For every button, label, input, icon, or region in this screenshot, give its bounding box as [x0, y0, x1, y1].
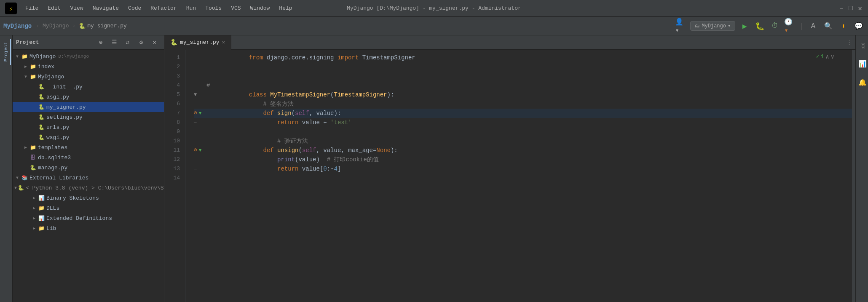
py-file-icon: 🐍 [38, 104, 45, 110]
tree-lib[interactable]: ▶ 📁 Lib [13, 223, 164, 233]
run-button[interactable]: ▶ [739, 20, 750, 32]
fold-icon-13[interactable]: — [194, 164, 197, 174]
expand-icon[interactable]: ∧ [825, 53, 829, 60]
tree-ext-defs-label: Extended Definitions [46, 215, 112, 222]
fold-icon-8[interactable]: — [194, 118, 197, 127]
tree-python-venv[interactable]: ▼ 🐍 < Python 3.8 (venv) > C:\Users\blue\… [13, 183, 164, 193]
ext-defs-icon: 📊 [38, 215, 45, 222]
menu-code[interactable]: Code [124, 3, 145, 13]
update-button[interactable]: ⬆ [838, 20, 849, 32]
filetree-collapse-button[interactable]: ☰ [108, 37, 120, 48]
menu-run[interactable]: Run [182, 3, 200, 13]
ext-libs-icon: 📚 [21, 174, 28, 181]
code-line-3 [194, 72, 852, 81]
tree-ext-libs[interactable]: ▼ 📚 External Libraries [13, 173, 164, 183]
tree-init-py[interactable]: ▶ 🐍 __init__.py [13, 82, 164, 92]
menu-file[interactable]: File [21, 3, 43, 13]
sidebar-tab-project[interactable]: Project [2, 39, 11, 65]
ai-chat-button[interactable]: 💬 [853, 20, 865, 32]
sciview-icon: 📊 [858, 60, 865, 68]
debug-arrow-11: ▼ [199, 146, 202, 155]
right-tab-database[interactable]: 🗄 [857, 39, 868, 54]
tree-manage-label: manage.py [38, 165, 67, 171]
debug-breakpoint-7[interactable]: ⊙ [194, 109, 197, 118]
code-line-13: — return value[0:-4] [194, 164, 852, 174]
breadcrumb-file[interactable]: 🐍 my_signer.py [79, 23, 127, 29]
breadcrumb-sep1: › [36, 23, 39, 29]
tree-urls-py[interactable]: ▶ 🐍 urls.py [13, 122, 164, 132]
profile-button[interactable]: 🕐 ▾ [784, 20, 796, 32]
menu-tools[interactable]: Tools [201, 3, 226, 13]
menu-help[interactable]: Help [275, 3, 296, 13]
toolbar-right: 👤 ▾ 🗂 MyDjango ▾ ▶ 🐛 ⏱ 🕐 ▾ | A 🔍 ⬆ 💬 [675, 20, 865, 32]
filetree-new-file-button[interactable]: ⊕ [95, 37, 107, 48]
user-icon[interactable]: 👤 ▾ [675, 20, 687, 32]
minimize-button[interactable]: – [839, 5, 844, 11]
tree-settings-label: settings.py [46, 114, 83, 120]
menu-view[interactable]: View [66, 3, 87, 13]
tree-templates[interactable]: ▶ 📁 templates [13, 142, 164, 152]
menu-window[interactable]: Window [246, 3, 274, 13]
breadcrumb-project[interactable]: MyDjango [3, 23, 32, 29]
right-tab-sciview[interactable]: 📊 [856, 56, 868, 72]
filetree-close-button[interactable]: ✕ [149, 37, 161, 48]
debug-breakpoint-11[interactable]: ⊙ [194, 146, 197, 155]
menu-vcs[interactable]: VCS [227, 3, 245, 13]
window-title: MyDjango [D:\MyDjango] - my_signer.py - … [347, 5, 521, 11]
code-line-8: — return value + 'test' [194, 118, 852, 127]
tree-mydjango[interactable]: ▼ 📁 MyDjango [13, 72, 164, 82]
tree-asgi-py[interactable]: ▶ 🐍 asgi.py [13, 92, 164, 102]
editor-area: 🐍 my_signer.py ✕ ⋮ 1 2 3 4 5 6 7 8 9 10 … [164, 35, 855, 302]
editor-more-tabs[interactable]: ⋮ [843, 39, 855, 46]
tree-ext-defs-arrow: ▶ [31, 215, 37, 221]
menu-navigate[interactable]: Navigate [88, 3, 123, 13]
debug-button[interactable]: 🐛 [754, 20, 766, 32]
filetree-settings-button[interactable]: ⚙ [135, 37, 147, 48]
right-tab-notifications[interactable]: 🔔 [856, 74, 868, 91]
tree-extended-defs[interactable]: ▶ 📊 Extended Definitions [13, 213, 164, 223]
tree-index-label: index [38, 64, 54, 70]
tree-mysigner-py[interactable]: ▶ 🐍 my_signer.py [13, 102, 164, 112]
tab-close-button[interactable]: ✕ [222, 39, 225, 45]
tree-lib-arrow: ▶ [31, 225, 37, 231]
branch-selector[interactable]: 🗂 MyDjango ▾ [690, 21, 735, 31]
editor-tab-mysigner[interactable]: 🐍 my_signer.py ✕ [164, 35, 231, 50]
line-numbers: 1 2 3 4 5 6 7 8 9 10 11 12 13 14 [164, 50, 185, 302]
fold-arrow-5[interactable]: ▼ [194, 90, 197, 99]
gutter-8: — [194, 118, 206, 127]
tree-settings-py[interactable]: ▶ 🐍 settings.py [13, 112, 164, 122]
collapse-icon[interactable]: ∨ [831, 53, 834, 60]
menu-refactor[interactable]: Refactor [146, 3, 181, 13]
tree-ext-libs-label: External Libraries [29, 175, 88, 181]
svg-text:⚡: ⚡ [9, 6, 13, 13]
search-button[interactable]: 🔍 [822, 20, 834, 32]
tree-asgi-label: asgi.py [46, 94, 70, 100]
translate-button[interactable]: A [807, 20, 819, 32]
tree-binary-skeletons[interactable]: ▶ 📊 Binary Skeletons [13, 193, 164, 203]
tree-wsgi-py[interactable]: ▶ 🐍 wsgi.py [13, 132, 164, 142]
tree-dlls-arrow: ▶ [31, 205, 37, 211]
titlebar: ⚡ File Edit View Navigate Code Refactor … [0, 0, 868, 17]
filetree-scope-button[interactable]: ⇄ [122, 37, 134, 48]
breadcrumb-parent[interactable]: MyDjango [43, 23, 69, 29]
py-file-icon: 🐍 [38, 134, 45, 141]
tree-root[interactable]: ▼ 📁 MyDjango D:\MyDjango [13, 51, 164, 61]
maximize-button[interactable]: □ [848, 5, 854, 11]
tree-root-path: D:\MyDjango [58, 54, 89, 59]
tree-manage-py[interactable]: ▶ 🐍 manage.py [13, 163, 164, 173]
tree-index-arrow: ▶ [23, 64, 29, 69]
tree-db-sqlite3[interactable]: ▶ 🗄 db.sqlite3 [13, 152, 164, 163]
tree-index[interactable]: ▶ 📁 index [13, 61, 164, 72]
menu-edit[interactable]: Edit [43, 3, 65, 13]
coverage-button[interactable]: ⏱ [769, 20, 781, 32]
close-button[interactable]: ✕ [857, 5, 863, 11]
editor-scrollbar[interactable] [852, 50, 855, 302]
code-content[interactable]: from django.core.signing import Timestam… [185, 50, 852, 302]
tree-dlls-label: DLLs [46, 205, 59, 211]
tree-ext-libs-arrow: ▼ [14, 175, 20, 181]
window-controls: – □ ✕ [839, 5, 863, 11]
tree-templates-label: templates [38, 144, 67, 151]
tree-dlls[interactable]: ▶ 📁 DLLs [13, 203, 164, 213]
tree-python-venv-label: < Python 3.8 (venv) > C:\Users\blue\venv… [26, 185, 164, 191]
py-file-icon: 🐍 [29, 164, 36, 171]
